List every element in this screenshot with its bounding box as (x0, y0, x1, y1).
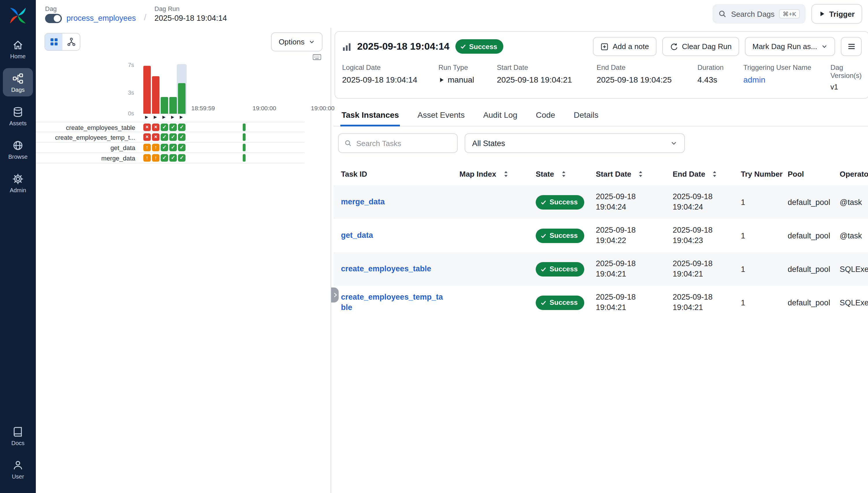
task-instance-square[interactable]: × (152, 124, 160, 131)
tab-details[interactable]: Details (572, 105, 600, 126)
task-instance-square[interactable]: ✓ (178, 133, 185, 141)
note-icon (601, 42, 608, 50)
tab-task-instances[interactable]: Task Instances (340, 105, 400, 126)
task-instance-square[interactable]: ✓ (178, 154, 185, 162)
task-state-badge: Success (536, 228, 584, 243)
task-id-link[interactable]: get_data (341, 230, 446, 240)
home-icon (12, 39, 24, 51)
sort-icon[interactable] (560, 170, 567, 177)
sidebar-item-browse[interactable]: Browse (3, 135, 33, 163)
task-instance-square[interactable]: × (143, 124, 151, 131)
task-instance-square[interactable]: × (152, 133, 160, 141)
task-id-link[interactable]: create_employees_table (341, 264, 446, 274)
column-state[interactable]: State (536, 169, 596, 178)
task-instance-square[interactable]: ↑ (143, 154, 151, 162)
task-table-header: Task ID Map Index State Start Date End D… (334, 162, 868, 185)
breadcrumb-separator: / (144, 12, 146, 22)
task-name-label[interactable]: create_employees_table (36, 122, 139, 133)
breadcrumb-run-group: Dag Run 2025-09-18 19:04:14 (155, 5, 227, 22)
column-operator: Operator (840, 169, 868, 178)
task-instance-square[interactable] (243, 124, 246, 131)
meta-value: v1 (830, 83, 862, 91)
task-instance-square[interactable]: × (143, 133, 151, 141)
run-duration-bar[interactable] (161, 97, 168, 114)
state-filter-select[interactable]: All States (465, 133, 685, 153)
task-instance-square[interactable]: ✓ (169, 133, 177, 141)
grid-view-button[interactable] (45, 34, 62, 50)
task-instance-square[interactable]: ✓ (169, 154, 177, 162)
sidebar-item-dags[interactable]: Dags (3, 68, 33, 97)
sidebar-item-admin[interactable]: Admin (3, 169, 33, 197)
task-name-label[interactable]: merge_data (36, 153, 139, 163)
table-row: get_data Success 2025-09-18 19:04:22 202… (334, 219, 868, 252)
meta-value: 2025-09-18 19:04:25 (597, 75, 698, 84)
keyboard-icon[interactable] (312, 54, 321, 61)
task-instance-square[interactable]: ↑ (143, 144, 151, 151)
chevron-down-icon (821, 43, 828, 50)
task-instance-square[interactable]: ✓ (161, 124, 168, 131)
meta-start-date: Start Date 2025-09-18 19:04:21 (497, 64, 597, 91)
task-instance-square[interactable]: ↑ (152, 144, 160, 151)
search-dags-button[interactable]: Search Dags ⌘+K (712, 4, 806, 24)
task-row: get_data↑↑✓✓✓ (36, 143, 305, 153)
end-date-cell: 2025-09-18 19:04:21 (673, 293, 741, 313)
table-row: create_employees_temp_table Success 2025… (334, 286, 868, 319)
run-menu-button[interactable] (841, 37, 862, 56)
run-duration-bar[interactable] (152, 76, 160, 114)
task-instance-square[interactable]: ✓ (169, 124, 177, 131)
task-table-body: merge_data Success 2025-09-18 19:04:24 2… (334, 185, 868, 319)
task-id-link[interactable]: merge_data (341, 197, 446, 207)
sort-icon[interactable] (637, 170, 645, 177)
shortcuts-row (36, 51, 330, 61)
meta-logical-date: Logical Date 2025-09-18 19:04:14 (342, 64, 438, 91)
dag-name-link[interactable]: process_employees (66, 14, 136, 22)
graph-view-button[interactable] (62, 34, 80, 50)
task-row: create_employees_table××✓✓✓ (36, 122, 305, 132)
mark-dag-run-as-button[interactable]: Mark Dag Run as... (745, 37, 835, 56)
dag-pause-toggle[interactable] (45, 14, 62, 23)
task-instance-square[interactable]: ✓ (161, 144, 168, 151)
sidebar-item-user[interactable]: User (3, 455, 33, 483)
task-state-badge: Success (536, 262, 584, 276)
search-tasks-input[interactable] (356, 139, 451, 148)
task-name-label[interactable]: get_data (36, 143, 139, 153)
sidebar-item-docs[interactable]: Docs (3, 422, 33, 450)
run-duration-bar[interactable] (178, 83, 185, 114)
clear-dag-run-button[interactable]: Clear Dag Run (662, 37, 739, 56)
add-note-button[interactable]: Add a note (593, 37, 657, 56)
check-icon (540, 232, 547, 239)
meta-label: Logical Date (342, 64, 438, 71)
trigger-dag-button[interactable]: Trigger (811, 4, 862, 24)
tab-audit-log[interactable]: Audit Log (482, 105, 518, 126)
run-duration-bar[interactable] (143, 66, 151, 114)
triggering-user-link[interactable]: admin (743, 75, 830, 84)
task-instance-square[interactable]: ✓ (161, 133, 168, 141)
column-end-date[interactable]: End Date (673, 169, 741, 178)
graph-view-icon (67, 38, 76, 46)
task-instance-square[interactable]: ✓ (178, 144, 185, 151)
sidebar-item-assets[interactable]: Assets (3, 102, 33, 130)
sort-icon[interactable] (502, 170, 509, 177)
column-map-index[interactable]: Map Index (460, 169, 536, 178)
tab-asset-events[interactable]: Asset Events (416, 105, 466, 126)
task-instance-square[interactable]: ✓ (161, 154, 168, 162)
task-instance-square[interactable] (243, 154, 246, 162)
task-instance-square[interactable]: ✓ (169, 144, 177, 151)
sort-icon[interactable] (711, 170, 719, 177)
column-start-date[interactable]: Start Date (596, 169, 673, 178)
task-instance-square[interactable]: ↑ (152, 154, 160, 162)
task-instance-square[interactable] (243, 144, 246, 151)
task-instance-square[interactable] (243, 133, 246, 141)
options-button[interactable]: Options (271, 32, 322, 51)
run-duration-bar[interactable] (169, 97, 177, 114)
task-row: merge_data↑↑✓✓✓ (36, 153, 305, 163)
manual-run-icon: ▶ (162, 114, 165, 120)
task-instance-square[interactable]: ✓ (178, 124, 185, 131)
airflow-logo[interactable] (8, 6, 28, 25)
task-id-link[interactable]: create_employees_temp_table (341, 293, 446, 313)
sidebar-item-home[interactable]: Home (3, 35, 33, 63)
task-name-label[interactable]: create_employees_temp_t... (36, 132, 139, 143)
tab-code[interactable]: Code (534, 105, 556, 126)
column-task-id[interactable]: Task ID (341, 169, 460, 178)
panel-resize-handle[interactable] (331, 287, 339, 302)
